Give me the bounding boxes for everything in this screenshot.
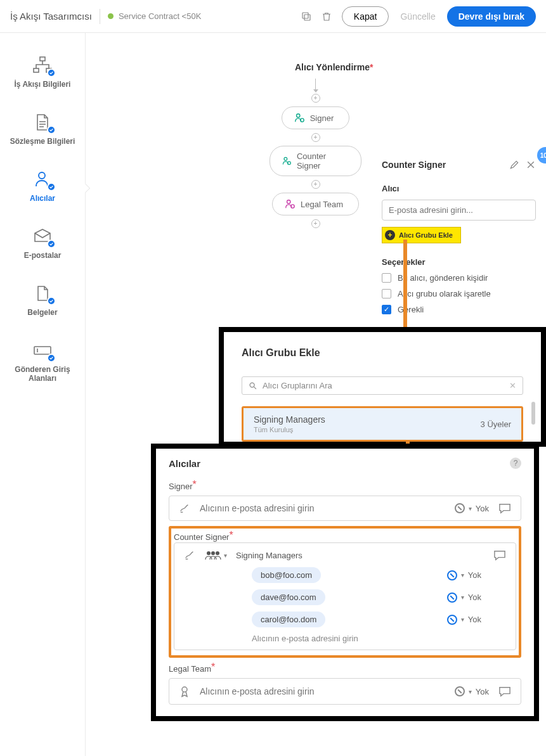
recipient-email-row: dave@foo.com ▾Yok [183, 589, 507, 605]
status-dot-icon [108, 13, 114, 19]
svg-rect-2 [40, 57, 45, 61]
badge-check-icon [47, 183, 56, 191]
message-icon[interactable] [493, 549, 507, 561]
svg-point-14 [207, 551, 211, 555]
auth-selector[interactable]: ▾Yok [447, 615, 481, 625]
no-entry-icon [447, 615, 457, 625]
recipient-properties-panel: 100 Counter Signer Alıcı + Alıcı Grubu E… [372, 152, 546, 328]
clear-search-icon[interactable]: ✕ [509, 381, 516, 390]
svg-rect-1 [302, 13, 308, 18]
message-icon[interactable] [498, 503, 512, 514]
email-chip[interactable]: carol@foo.dom [252, 612, 325, 627]
node-legal-team[interactable]: Legal Team [272, 193, 359, 215]
add-group-modal: Alıcı Grubu Ekle Alıcı Gruplarını Ara ✕ … [219, 327, 546, 447]
no-entry-icon [455, 686, 465, 696]
group-result-scope: Tüm Kuruluş [254, 426, 325, 433]
separator [100, 9, 100, 24]
legal-team-label: Legal Team* [169, 663, 521, 674]
sidebar-item-workflow-info[interactable]: İş Akışı Bilgileri [0, 46, 85, 103]
workflow-icon [30, 54, 55, 76]
node-label: Signer [310, 113, 334, 123]
svg-rect-0 [304, 15, 310, 20]
recipient-email-input[interactable] [382, 200, 536, 221]
group-icon[interactable]: ▾ [205, 550, 227, 560]
add-email-hint[interactable]: Alıcının e-posta adresini girin [183, 634, 507, 643]
sidebar-item-emails[interactable]: E-postalar [0, 217, 85, 274]
badge-check-icon [47, 297, 56, 305]
node-counter-signer[interactable]: Counter Signer [270, 146, 361, 176]
add-node-button[interactable]: + [311, 219, 320, 228]
modal-title: Alıcı Grubu Ekle [242, 347, 523, 359]
email-chip[interactable]: dave@foo.com [252, 589, 325, 605]
chevron-down-icon: ▾ [461, 616, 464, 623]
pen-icon[interactable] [178, 503, 191, 514]
badge-check-icon [47, 240, 56, 248]
add-recipient-group-button[interactable]: + Alıcı Grubu Ekle [382, 227, 461, 243]
auth-selector[interactable]: ▾Yok [447, 593, 481, 603]
sidebar-item-agreement-info[interactable]: Sözleşme Bilgileri [0, 103, 85, 160]
scrollbar-thumb[interactable] [531, 402, 535, 425]
email-chip[interactable]: bob@foo.com [252, 567, 321, 583]
auth-selector[interactable]: ▾Yok [455, 503, 489, 513]
copy-icon[interactable] [296, 6, 316, 27]
chevron-down-icon: ▾ [461, 594, 464, 601]
checkbox-icon [382, 289, 391, 298]
signer-field-row: ▾Yok [169, 496, 521, 521]
chevron-down-icon: ▾ [224, 552, 227, 559]
add-node-button[interactable]: + [311, 180, 320, 189]
pen-icon[interactable] [183, 549, 196, 561]
recipient-email-row: bob@foo.com ▾Yok [183, 567, 507, 583]
svg-point-15 [211, 551, 215, 555]
sidebar-item-recipients[interactable]: Alıcılar [0, 160, 85, 217]
legal-email-input[interactable] [200, 686, 446, 696]
trash-icon[interactable] [316, 6, 337, 27]
chevron-down-icon: ▾ [469, 505, 472, 512]
recipient-section-header: Alıcı [382, 184, 536, 193]
routing-flow: + Signer + Counter Signer + Legal Team + [270, 79, 361, 232]
routing-title: Alıcı Yönlendirme* [295, 62, 373, 72]
update-button: Güncelle [394, 7, 441, 26]
node-label: Counter Signer [297, 151, 346, 170]
files-icon [30, 283, 55, 304]
message-icon[interactable] [498, 686, 512, 697]
node-signer[interactable]: Signer [282, 106, 350, 129]
no-entry-icon [447, 570, 457, 580]
help-icon[interactable]: ? [510, 458, 521, 469]
certify-icon[interactable] [178, 685, 191, 698]
auth-selector[interactable]: ▾Yok [455, 686, 489, 696]
sidebar-item-sender-inputs[interactable]: Gönderen Giriş Alanları [0, 331, 85, 397]
badge-check-icon [47, 354, 56, 362]
service-name: Service Contract <50K [119, 11, 201, 21]
signer-email-input[interactable] [200, 503, 446, 513]
sidebar-item-documents[interactable]: Belgeler [0, 274, 85, 331]
close-icon[interactable] [526, 160, 536, 170]
add-node-button[interactable]: + [311, 94, 320, 103]
document-icon [30, 112, 55, 133]
svg-point-17 [182, 687, 187, 692]
signer-icon [284, 198, 296, 210]
group-search-input[interactable]: Alıcı Gruplarını Ara ✕ [242, 376, 523, 395]
auth-selector[interactable]: ▾Yok [447, 570, 481, 580]
add-node-button[interactable]: + [311, 133, 320, 142]
sidebar: İş Akışı Bilgileri Sözleşme Bilgileri Al… [0, 33, 86, 756]
legal-team-field-row: ▾Yok [169, 678, 521, 705]
signer-icon [282, 155, 292, 167]
edit-icon[interactable] [509, 160, 519, 170]
svg-point-11 [287, 200, 290, 203]
counter-signer-block: Counter Signer* ▾ Signing Managers bob@f… [169, 526, 521, 658]
close-button[interactable]: Kapat [342, 6, 389, 27]
svg-point-7 [296, 114, 299, 117]
svg-point-16 [216, 551, 219, 555]
chevron-down-icon: ▾ [469, 688, 472, 695]
no-entry-icon [455, 503, 465, 513]
search-placeholder: Alıcı Gruplarını Ara [263, 381, 332, 390]
panel-title: Counter Signer [382, 160, 446, 170]
arrow-down-icon [315, 79, 316, 90]
form-field-icon [30, 340, 55, 361]
signer-icon [294, 112, 305, 124]
disable-button[interactable]: Devre dışı bırak [447, 6, 536, 27]
group-result-row[interactable]: Signing Managers Tüm Kuruluş 3 Üyeler [242, 406, 523, 442]
zoom-badge: 100 [537, 147, 546, 163]
recipients-title: Alıcılar [169, 458, 200, 469]
recipient-email-row: carol@foo.dom ▾Yok [183, 612, 507, 627]
